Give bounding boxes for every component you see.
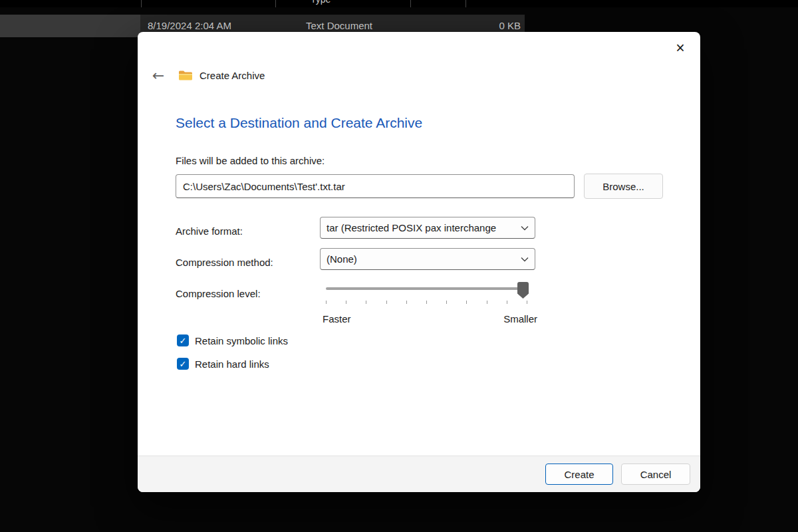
column-header-bar: Type [0,0,798,7]
column-divider[interactable] [410,0,411,7]
browse-button[interactable]: Browse... [584,174,663,199]
retain-symbolic-links-option[interactable]: ✓ Retain symbolic links [177,334,288,347]
folder-icon [178,70,193,81]
compression-level-label: Compression level: [176,288,261,299]
compression-method-value: (None) [327,253,357,265]
archive-format-label: Archive format: [176,225,243,237]
slider-track[interactable] [326,287,529,290]
retain-hard-links-option[interactable]: ✓ Retain hard links [177,357,269,370]
close-icon[interactable]: × [668,37,692,59]
retain-symbolic-links-label: Retain symbolic links [195,335,288,346]
checkbox-checked-icon[interactable]: ✓ [177,358,189,370]
slider-max-label: Smaller [495,313,537,325]
page-heading: Select a Destination and Create Archive [176,115,422,131]
archive-format-value: tar (Restricted POSIX pax interchange [327,222,496,233]
destination-path-input[interactable] [176,174,575,198]
cancel-button[interactable]: Cancel [621,464,690,485]
archive-format-dropdown[interactable]: tar (Restricted POSIX pax interchange [320,217,535,239]
dialog-footer: Create Cancel [138,456,700,492]
chevron-down-icon [521,257,529,262]
back-button[interactable]: ← [148,65,168,85]
destination-label: Files will be added to this archive: [176,155,325,166]
slider-min-label: Faster [323,313,351,325]
create-archive-dialog: × ← Create Archive Select a Destination … [138,32,700,492]
column-divider[interactable] [466,0,466,7]
dialog-header: ← Create Archive [148,65,265,85]
checkbox-checked-icon[interactable]: ✓ [177,334,189,346]
create-button[interactable]: Create [545,464,613,485]
file-row-selection [0,15,140,37]
retain-hard-links-label: Retain hard links [195,358,269,370]
slider-ticks [326,301,528,304]
column-divider[interactable] [141,0,142,7]
compression-level-slider [326,282,529,313]
column-header-type[interactable]: Type [311,0,331,5]
chevron-down-icon [521,225,529,231]
compression-method-label: Compression method: [176,257,273,268]
slider-thumb[interactable] [517,282,529,299]
column-divider[interactable] [275,0,276,7]
compression-method-dropdown[interactable]: (None) [320,248,535,270]
dialog-title: Create Archive [200,70,265,81]
